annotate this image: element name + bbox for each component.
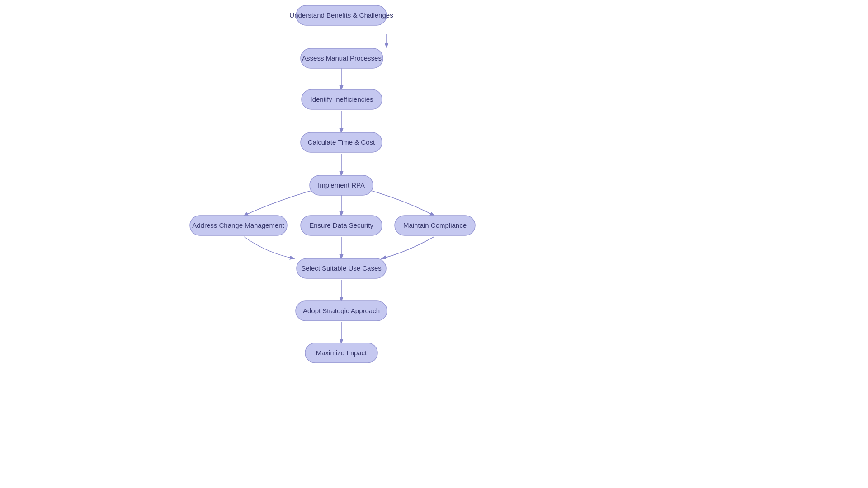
understand-label: Understand Benefits & Challenges [289, 11, 393, 19]
calculate-label: Calculate Time & Cost [308, 138, 375, 146]
maximize-label: Maximize Impact [316, 349, 367, 357]
diagram-container: Understand Benefits & Challenges Assess … [0, 0, 868, 488]
understand-node: Understand Benefits & Challenges [289, 5, 393, 25]
change-label: Address Change Management [192, 221, 284, 229]
usecases-node: Select Suitable Use Cases [297, 258, 386, 278]
compliance-label: Maintain Compliance [403, 221, 467, 229]
assess-node: Assess Manual Processes [301, 48, 383, 68]
implement-node: Implement RPA [310, 175, 373, 195]
calculate-node: Calculate Time & Cost [301, 132, 382, 152]
maximize-node: Maximize Impact [305, 343, 377, 363]
assess-label: Assess Manual Processes [302, 54, 382, 62]
identify-label: Identify Inefficiencies [311, 95, 373, 103]
strategic-node: Adopt Strategic Approach [296, 301, 387, 321]
identify-node: Identify Inefficiencies [302, 89, 382, 109]
implement-label: Implement RPA [318, 181, 365, 189]
change-node: Address Change Management [190, 216, 287, 235]
strategic-label: Adopt Strategic Approach [303, 307, 380, 314]
security-node: Ensure Data Security [301, 216, 382, 235]
compliance-node: Maintain Compliance [395, 216, 475, 235]
usecases-label: Select Suitable Use Cases [301, 264, 382, 272]
security-label: Ensure Data Security [309, 221, 373, 229]
